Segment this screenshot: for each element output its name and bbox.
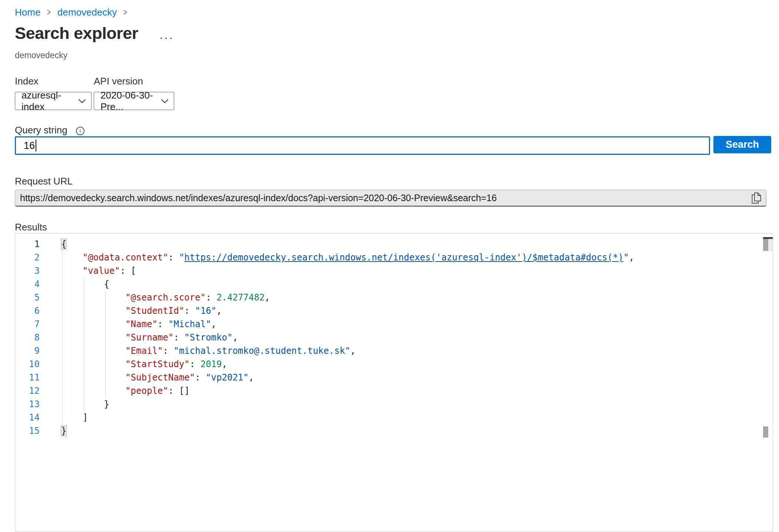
line-number: 15 (15, 424, 40, 438)
info-icon[interactable]: i (76, 127, 84, 135)
text-cursor (36, 140, 36, 152)
token: : [ (120, 266, 136, 276)
line-number: 3 (15, 264, 40, 277)
token: : (195, 372, 206, 383)
results-label: Results (15, 222, 47, 233)
line-number: 9 (15, 344, 40, 358)
results-editor[interactable]: 1{2 "@odata.context": "https://demovedec… (15, 233, 773, 532)
token: "people" (125, 386, 168, 396)
query-input[interactable]: 16 (15, 136, 710, 155)
code-line: 2 "@odata.context": "https://demovedecky… (15, 251, 773, 264)
token: "@odata.context" (83, 252, 168, 263)
token (61, 332, 125, 343)
code-line: 1{ (15, 237, 773, 251)
breadcrumb: Home > demovedecky > (15, 7, 134, 18)
indent-guide (105, 291, 106, 398)
token: "Michal" (168, 319, 211, 329)
token: : (184, 306, 195, 316)
token: , (350, 346, 355, 356)
code-text: "StartStudy": 2019, (61, 358, 227, 371)
code-text: } (61, 424, 66, 438)
token (61, 292, 125, 303)
line-number: 8 (15, 331, 40, 344)
token: "value" (83, 266, 120, 276)
line-number: 13 (15, 398, 40, 411)
token: "vp2021" (206, 372, 249, 383)
query-string-label-row: Query string i (15, 124, 84, 136)
token (61, 306, 125, 316)
line-number: 4 (15, 277, 40, 291)
token: , (216, 306, 222, 316)
code-line: 14 ] (15, 411, 773, 424)
chevron-right-icon: > (47, 7, 51, 17)
token: : (190, 359, 200, 369)
request-url-label: Request URL (15, 176, 73, 187)
token: : (168, 252, 179, 263)
api-version-label: API version (94, 76, 143, 87)
code-text: } (61, 398, 109, 411)
overview-ruler-mark (763, 426, 768, 438)
token: "michal.stromko@.student.tuke.sk" (173, 346, 350, 356)
token: 2.4277482 (216, 292, 265, 303)
token (61, 386, 125, 396)
search-button[interactable]: Search (713, 136, 771, 153)
token: "Surname" (125, 332, 173, 343)
token (61, 252, 83, 263)
token: , (249, 372, 254, 383)
code-line: 12 "people": [] (15, 384, 773, 398)
breadcrumb-link-demovedecky[interactable]: demovedecky (57, 7, 117, 18)
index-dropdown[interactable]: azuresql-index (15, 92, 92, 110)
token (61, 372, 125, 383)
code-text: "value": [ (61, 264, 136, 277)
token: "Name" (125, 319, 158, 329)
token: : (158, 319, 168, 329)
copy-icon[interactable] (752, 192, 761, 204)
code-text: "people": [] (61, 384, 190, 398)
api-version-dropdown[interactable]: 2020-06-30-Pre... (94, 92, 174, 110)
line-number: 7 (15, 317, 40, 331)
page-subtitle: demovedecky (15, 50, 67, 60)
code-text: "StudentId": "16", (61, 304, 222, 317)
line-number: 2 (15, 251, 40, 264)
code-text: "@odata.context": "https://demovedecky.s… (61, 251, 634, 264)
line-number: 11 (15, 371, 40, 384)
more-options-button[interactable]: ··· (159, 32, 174, 43)
code-text: ] (61, 411, 88, 424)
indent-guide (62, 251, 63, 424)
token (61, 319, 125, 329)
code-text: { (61, 237, 66, 251)
query-string-label: Query string (15, 124, 67, 136)
token: "SubjectName" (125, 372, 195, 383)
token: : (163, 346, 174, 356)
code-text: "SubjectName": "vp2021", (61, 371, 254, 384)
code-line: 9 "Email": "michal.stromko@.student.tuke… (15, 344, 773, 358)
chevron-down-icon (78, 99, 86, 103)
request-url-field[interactable]: https://demovedecky.search.windows.net/i… (15, 190, 766, 207)
token: } (61, 426, 66, 436)
token: 2019 (200, 359, 222, 369)
chevron-right-icon: > (123, 7, 127, 17)
line-number: 12 (15, 384, 40, 398)
token: "@search.score" (125, 292, 206, 303)
indent-guide (84, 277, 84, 411)
code-text: "Name": "Michal", (61, 317, 216, 331)
line-number: 1 (15, 237, 40, 251)
token: , (232, 332, 238, 343)
code-line: 6 "StudentId": "16", (15, 304, 773, 317)
api-version-dropdown-value: 2020-06-30-Pre... (100, 90, 157, 113)
line-number: 5 (15, 291, 40, 304)
token: ] (61, 412, 88, 423)
token: } (61, 399, 109, 409)
token: "StartStudy" (125, 359, 189, 369)
token: , (265, 292, 270, 303)
code-line: 8 "Surname": "Stromko", (15, 331, 773, 344)
code-line: 10 "StartStudy": 2019, (15, 358, 773, 371)
code-line: 15} (15, 424, 773, 438)
line-number: 14 (15, 411, 40, 424)
query-input-value: 16 (24, 140, 35, 152)
breadcrumb-link-home[interactable]: Home (15, 7, 40, 18)
token: : [] (168, 386, 190, 396)
token (61, 266, 83, 276)
code-text: "Surname": "Stromko", (61, 331, 238, 344)
scrollbar-thumb[interactable] (763, 239, 768, 251)
